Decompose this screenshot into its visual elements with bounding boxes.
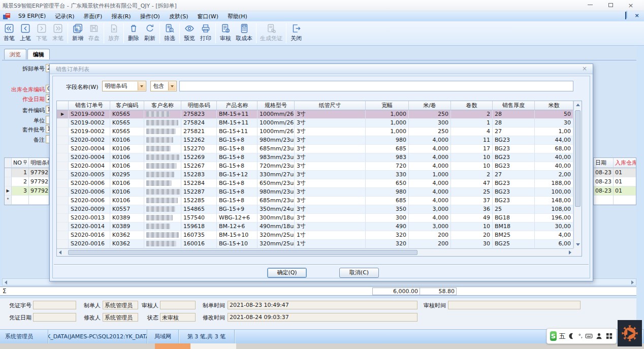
grid-header-cell[interactable]: 明细条码 [29, 158, 49, 168]
scroll-right-icon[interactable] [631, 280, 634, 284]
grid-header-cell[interactable]: NO [12, 158, 29, 168]
column-header[interactable]: 规格型号 [257, 101, 295, 110]
mdi-minimize-icon[interactable] [610, 12, 619, 19]
column-header[interactable]: 卷数 [451, 101, 493, 110]
toolbar-cost-button[interactable]: 取成本 [234, 22, 254, 45]
menu-item-6[interactable]: 窗口(W) [192, 12, 222, 21]
toolbar-nav-prev-button[interactable]: 上笔 [17, 22, 34, 45]
tab-browse[interactable]: 浏览 [4, 49, 26, 59]
menu-item-2[interactable]: 界面(F) [79, 12, 107, 21]
sogou-logo-icon[interactable]: S [550, 331, 557, 341]
windows-taskbar[interactable] [0, 343, 644, 349]
table-row[interactable]: S2019-0002K0565275824BM-15+111000mm/26u.… [57, 119, 573, 128]
grid-header-cell[interactable]: 日期 [594, 158, 614, 168]
menu-item-3[interactable]: 报表(R) [107, 12, 135, 21]
table-row[interactable]: S2020-0013K0389157540WBG-12+6300mm/18um.… [57, 214, 573, 223]
column-header[interactable]: 宽幅 [366, 101, 409, 110]
table-row[interactable]: S2020-0016K0362160735BM-15+10320mm/25um.… [57, 231, 573, 240]
menu-item-0[interactable]: S9 ERP(E) [14, 12, 50, 21]
wubi-mode-icon[interactable]: 五 [559, 332, 566, 341]
taskbar-app[interactable] [190, 343, 236, 349]
filter-operator-combo[interactable]: 包含 [150, 81, 177, 91]
table-row[interactable]: S2020-0004K0106152269BG-15+8983mm/23um..… [57, 153, 573, 162]
table-row[interactable]: S2020-0004K0106152267BG-15+8720mm/23um..… [57, 162, 573, 171]
table-row[interactable]: S2020-0006K0106152287BG-15+8980mm/23um..… [57, 188, 573, 197]
hscroll-thumb[interactable] [68, 250, 417, 255]
form-field-5[interactable]: 1 [46, 125, 49, 133]
scroll-left-icon[interactable] [59, 250, 61, 255]
new-row[interactable] [594, 196, 636, 205]
scroll-down-icon[interactable] [576, 243, 580, 246]
table-row[interactable]: ▶397792 [5, 186, 49, 196]
person-icon[interactable] [595, 332, 603, 340]
table-row[interactable]: S2020-0006K0106152285BG-15+8685mm/23um..… [57, 197, 573, 205]
column-header[interactable]: 米数 [535, 101, 573, 110]
cancel-button[interactable]: 取消(C) [339, 268, 379, 278]
form-field-2[interactable]: 2 [46, 94, 49, 103]
column-header[interactable]: 明细条码 [181, 101, 217, 110]
table-row[interactable]: S2020-0002K0106152262BG-15+8980mm/23um..… [57, 136, 573, 145]
table-row[interactable]: 08-2301 [594, 168, 636, 177]
grid-header-cell[interactable]: 入库仓库 [614, 158, 636, 168]
close-button[interactable]: × [624, 2, 638, 10]
table-vertical-scrollbar[interactable] [573, 101, 582, 248]
toolbar-add-button[interactable]: 新增 [70, 22, 86, 45]
sogou-input-bar[interactable]: S 五 °, [546, 328, 617, 344]
table-row[interactable]: S2020-0004K0106152270BG-15+8685mm/23um..… [57, 145, 573, 153]
column-header[interactable]: 销售厚度 [493, 101, 535, 110]
mdi-close-icon[interactable]: × [633, 12, 641, 19]
toolbar-nav-first-button[interactable]: 首笔 [1, 22, 17, 45]
table-row[interactable]: 197792 [5, 168, 49, 177]
menu-item-4[interactable]: 操作(O) [136, 12, 165, 21]
toolbar-close-button[interactable]: 关闭 [288, 22, 304, 45]
tab-edit[interactable]: 编辑 [27, 49, 50, 59]
scroll-left-icon[interactable] [5, 280, 7, 284]
table-horizontal-scrollbar[interactable] [57, 248, 573, 256]
toolbox-grid-icon[interactable] [605, 332, 613, 340]
new-row[interactable]: * [5, 196, 49, 205]
table-row[interactable]: S2019-0002K0565275821BG-15+111000mm/26u.… [57, 128, 573, 136]
table-row[interactable]: S2020-0006K0106152284BG-15+8650mm/23um..… [57, 179, 573, 188]
maximize-button[interactable] [603, 2, 618, 10]
column-header[interactable]: 客户名称 [144, 101, 181, 110]
menu-item-1[interactable]: 记录(R) [50, 12, 79, 21]
menu-item-7[interactable]: 帮助(H) [223, 12, 252, 21]
form-field-3[interactable]: 1 [46, 106, 49, 114]
scroll-right-icon[interactable] [569, 250, 571, 255]
chevron-down-icon[interactable] [138, 82, 145, 90]
column-header[interactable]: 产品名称 [217, 101, 257, 110]
toolbar-filter-button[interactable]: 筛选 [162, 22, 178, 45]
table-row[interactable]: 08-2301 [594, 186, 636, 196]
dialog-title-bar[interactable]: 销售订单列表 × [50, 64, 593, 74]
punctuation-mode-icon[interactable]: °, [578, 333, 583, 339]
form-field-6[interactable] [46, 135, 49, 143]
column-header[interactable]: 销售订单号 [69, 101, 110, 110]
form-field-1[interactable]: 0 [46, 85, 49, 93]
vscroll-thumb[interactable] [575, 110, 581, 207]
keyboard-icon[interactable] [585, 332, 593, 340]
scroll-up-icon[interactable] [576, 104, 580, 106]
table-row[interactable]: S2020-0016K0362160016BG-15+10320mm/25um.… [57, 240, 573, 248]
table-row[interactable]: S2020-0005K0295152283BG-15+12330mm/27um.… [57, 171, 573, 179]
table-row[interactable]: 297792 [5, 177, 49, 186]
toolbar-audit-button[interactable]: 审核 [217, 22, 234, 45]
toolbar-refresh-button[interactable]: 刷新 [142, 22, 158, 45]
table-row[interactable]: S2020-0009K0557154865BG-15+9350mm/24um..… [57, 205, 573, 214]
toolbar-delete-button[interactable]: 删除 [125, 22, 142, 45]
ok-button[interactable]: 确定(Q) [267, 268, 307, 278]
toolbar-print-button[interactable]: 打印 [198, 22, 214, 45]
menu-item-5[interactable]: 皮肤(S) [165, 12, 193, 21]
taskbar-gear-logo-icon[interactable] [618, 320, 642, 346]
table-row[interactable]: ▶S2019-0002K0565275823BM-15+111000mm/26u… [57, 110, 573, 119]
toolbar-preview-button[interactable]: 预览 [181, 22, 198, 45]
mdi-restore-icon[interactable] [622, 12, 630, 19]
taskbar-active-app[interactable] [155, 343, 190, 349]
filter-value-input[interactable] [179, 81, 573, 91]
column-header[interactable]: 客户编码 [110, 101, 144, 110]
dialog-close-icon[interactable]: × [581, 65, 589, 73]
form-field-0[interactable]: 2 [46, 64, 49, 72]
table-row[interactable]: 08-2301 [594, 177, 636, 186]
filter-field-combo[interactable]: 明细条码 [102, 81, 146, 91]
column-header[interactable]: 米/卷 [409, 101, 451, 110]
chevron-down-icon[interactable] [168, 82, 176, 90]
